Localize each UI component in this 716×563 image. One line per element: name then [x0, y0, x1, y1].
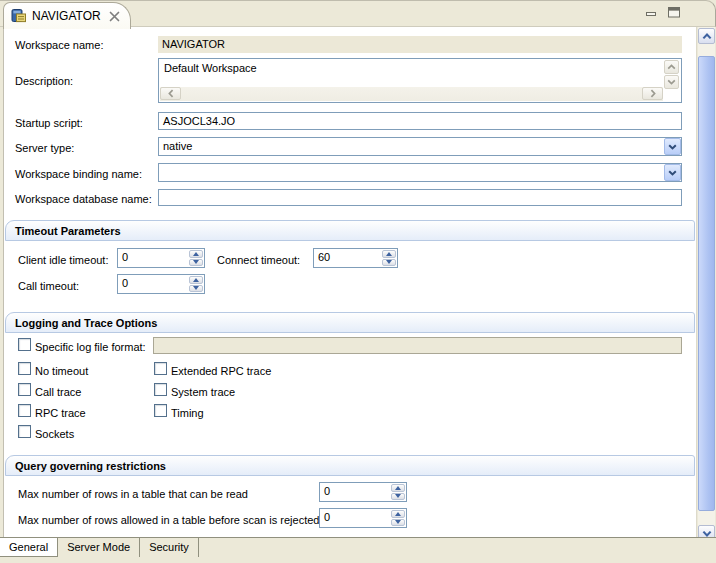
no-timeout-label: No timeout [35, 364, 88, 378]
spinner-up-button[interactable] [391, 510, 405, 518]
server-type-dropdown-button[interactable] [664, 138, 681, 155]
spinner-down-button[interactable] [391, 493, 405, 501]
spinner-down-button[interactable] [189, 285, 203, 293]
specific-log-file-format-input [153, 337, 682, 354]
description-textarea[interactable]: Default Workspace [158, 58, 682, 103]
client-idle-timeout-spinner[interactable]: 0 [117, 248, 205, 268]
spinner-down-button[interactable] [382, 259, 396, 267]
editor-tab-title: NAVIGATOR [32, 9, 101, 23]
max-rows-scan-label: Max number of rows allowed in a table be… [18, 513, 319, 527]
editor-tab-navigator[interactable]: NAVIGATOR [3, 2, 131, 29]
system-trace-label: System trace [171, 385, 235, 399]
description-label: Description: [15, 74, 73, 88]
scrollbar-thumb[interactable] [698, 56, 715, 511]
max-rows-read-value: 0 [320, 483, 390, 501]
timing-checkbox[interactable] [154, 404, 167, 417]
tab-security[interactable]: Security [140, 538, 199, 557]
editor-tab-strip: NAVIGATOR [0, 0, 716, 27]
spinner-down-button[interactable] [391, 519, 405, 527]
description-vertical-scrollbar [664, 60, 680, 90]
description-scroll-up-button[interactable] [664, 60, 679, 74]
spinner-up-button[interactable] [382, 250, 396, 258]
extended-rpc-trace-label: Extended RPC trace [171, 364, 271, 378]
connect-timeout-spinner[interactable]: 60 [313, 248, 398, 268]
query-governing-title: Query governing restrictions [15, 460, 166, 472]
connect-timeout-value: 60 [314, 249, 381, 267]
rpc-trace-checkbox[interactable] [18, 404, 31, 417]
tab-server-mode[interactable]: Server Mode [58, 538, 140, 557]
startup-script-input[interactable]: ASJOCL34.JO [158, 112, 682, 130]
workspace-name-label: Workspace name: [15, 38, 103, 52]
editor-content: Workspace name: NAVIGATOR Description: D… [3, 27, 697, 537]
workspace-binding-dropdown-button[interactable] [664, 164, 681, 181]
max-rows-read-spinner[interactable]: 0 [319, 482, 407, 502]
system-trace-checkbox[interactable] [154, 383, 167, 396]
call-timeout-spinner[interactable]: 0 [117, 274, 205, 294]
description-text: Default Workspace [164, 61, 257, 75]
workspace-database-name-input[interactable] [158, 189, 682, 206]
page-tab-bar: General Server Mode Security [0, 537, 716, 563]
spinner-down-button[interactable] [189, 259, 203, 267]
query-governing-section-header: Query governing restrictions [5, 455, 695, 476]
scrollbar-up-button[interactable] [698, 28, 715, 44]
call-trace-checkbox[interactable] [18, 383, 31, 396]
logging-trace-title: Logging and Trace Options [15, 317, 157, 329]
call-timeout-value: 0 [118, 275, 188, 293]
call-trace-label: Call trace [35, 385, 81, 399]
workspace-binding-name-label: Workspace binding name: [15, 167, 142, 181]
tab-general[interactable]: General [0, 538, 58, 557]
timeout-parameters-section-header: Timeout Parameters [5, 220, 695, 241]
rpc-trace-label: RPC trace [35, 406, 86, 420]
timeout-parameters-title: Timeout Parameters [15, 225, 121, 237]
workspace-name-field[interactable]: NAVIGATOR [158, 36, 682, 53]
description-horizontal-scrollbar[interactable] [160, 87, 663, 101]
workspace-database-name-label: Workspace database name: [15, 192, 152, 206]
max-rows-scan-value: 0 [320, 509, 390, 527]
max-rows-read-label: Max number of rows in a table that can b… [18, 487, 248, 501]
server-type-label: Server type: [15, 141, 74, 155]
call-timeout-label: Call timeout: [18, 279, 79, 293]
client-idle-timeout-value: 0 [118, 249, 188, 267]
close-icon[interactable] [109, 11, 120, 22]
spinner-up-button[interactable] [189, 276, 203, 284]
server-type-combo[interactable]: native [158, 137, 682, 156]
server-type-value: native [163, 139, 192, 154]
navigator-editor-icon [11, 8, 27, 24]
description-scroll-down-button[interactable] [664, 75, 679, 89]
connect-timeout-label: Connect timeout: [217, 253, 300, 267]
minimize-icon[interactable] [645, 7, 659, 18]
spinner-up-button[interactable] [189, 250, 203, 258]
sockets-checkbox[interactable] [18, 425, 31, 438]
editor-window: NAVIGATOR Workspace name: [0, 0, 716, 563]
logging-trace-section-header: Logging and Trace Options [5, 312, 695, 333]
sockets-label: Sockets [35, 427, 74, 441]
description-scroll-left-button[interactable] [160, 87, 181, 100]
specific-log-file-format-checkbox[interactable] [18, 338, 31, 351]
window-controls [645, 6, 681, 18]
client-idle-timeout-label: Client idle timeout: [18, 253, 109, 267]
vertical-scrollbar[interactable] [698, 27, 715, 543]
no-timeout-checkbox[interactable] [18, 362, 31, 375]
extended-rpc-trace-checkbox[interactable] [154, 362, 167, 375]
workspace-binding-name-combo[interactable] [158, 163, 682, 182]
max-rows-scan-spinner[interactable]: 0 [319, 508, 407, 528]
startup-script-label: Startup script: [15, 116, 83, 130]
spinner-up-button[interactable] [391, 484, 405, 492]
timing-label: Timing [171, 406, 204, 420]
maximize-icon[interactable] [667, 6, 681, 18]
specific-log-file-format-label: Specific log file format: [35, 340, 146, 354]
description-scroll-right-button[interactable] [642, 87, 663, 100]
